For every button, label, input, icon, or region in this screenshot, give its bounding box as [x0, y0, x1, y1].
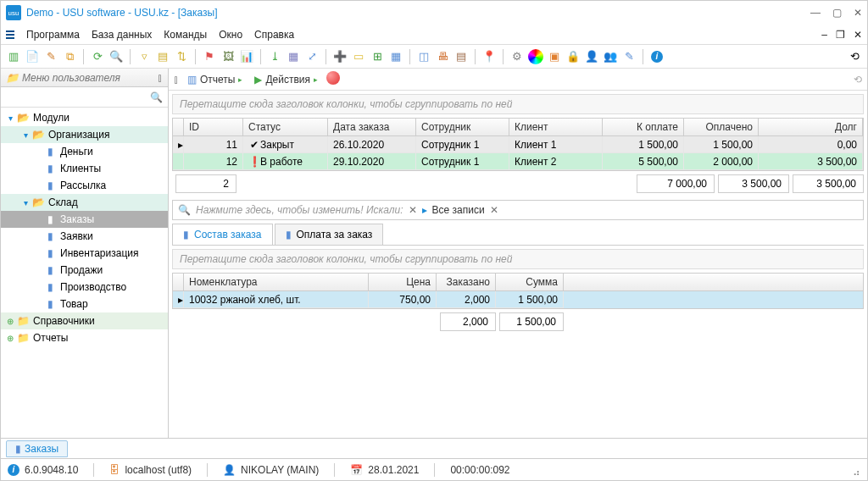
tb-color-icon[interactable] — [528, 49, 543, 64]
detail-group-hint[interactable]: Перетащите сюда заголовок колонки, чтобы… — [172, 249, 864, 269]
tb-new-icon[interactable]: ▥ — [6, 49, 21, 64]
tree-modules[interactable]: ▾📂Модули — [1, 109, 168, 126]
window-title: Demo - USU software - USU.kz - [Заказы] — [26, 7, 217, 19]
tb-pin-icon[interactable]: 📍 — [481, 49, 497, 64]
tb-user-icon[interactable]: 👤 — [584, 49, 599, 64]
col-date[interactable]: Дата заказа — [328, 119, 416, 135]
database-icon: 🗄 — [109, 464, 120, 476]
col-client[interactable]: Клиент — [509, 119, 603, 135]
tree-inventory[interactable]: ▮Инвентаризация — [1, 245, 168, 262]
tab-order-contents[interactable]: ▮Состав заказа — [172, 224, 273, 245]
tb-edit-icon[interactable]: ✎ — [43, 49, 58, 64]
warning-icon: ❗ — [248, 155, 260, 169]
tb-image-icon[interactable]: 🖼 — [220, 49, 236, 64]
menu-help[interactable]: Справка — [254, 29, 294, 41]
tb-sort-icon[interactable]: ⇅ — [174, 49, 189, 64]
app-icon: usu — [6, 5, 21, 20]
col-debt[interactable]: Долг — [759, 119, 863, 135]
dcol-nomenclature[interactable]: Номенклатура — [184, 274, 369, 290]
tree-reports[interactable]: ⊕📁Отчеты — [1, 329, 168, 346]
tb-window-icon[interactable]: ◫ — [416, 49, 431, 64]
search-bar[interactable]: 🔍 Нажмите здесь, чтобы изменить! Искали:… — [172, 200, 864, 220]
tb-copy-icon[interactable]: ⧉ — [62, 49, 77, 64]
pin-icon[interactable]: ⫿ — [158, 72, 163, 84]
tb-export-icon[interactable]: ⤓ — [267, 49, 282, 64]
order-row[interactable]: ▸ 11 ✔Закрыт 26.10.2020 Сотрудник 1 Клие… — [173, 136, 863, 153]
dcol-qty[interactable]: Заказано — [437, 274, 496, 290]
resize-grip-icon[interactable]: ⣠ — [853, 464, 860, 476]
menu-window[interactable]: Окно — [219, 29, 242, 41]
tree-warehouse[interactable]: ▾📂Склад — [1, 194, 168, 211]
menu-commands[interactable]: Команды — [164, 29, 207, 41]
tb-flag-icon[interactable]: ⚑ — [202, 49, 217, 64]
folder-icon: 📁 — [6, 72, 19, 84]
col-due[interactable]: К оплате — [603, 119, 684, 135]
tree-goods[interactable]: ▮Товар — [1, 296, 168, 312]
grip-icon: ⫿ — [174, 74, 179, 86]
tree-organization[interactable]: ▾📂Организация — [1, 126, 168, 143]
tree-references[interactable]: ⊕📁Справочники — [1, 312, 168, 329]
tb-note-icon[interactable]: ▭ — [351, 49, 366, 64]
tb-cycle-icon[interactable]: ⟲ — [847, 49, 862, 64]
detail-footer: 2,000 1 500,00 — [172, 312, 864, 331]
maximize-button[interactable]: ▢ — [832, 7, 842, 19]
tree-sales[interactable]: ▮Продажи — [1, 262, 168, 279]
tb-users-icon[interactable]: 👥 — [603, 49, 618, 64]
detail-row[interactable]: ▸ 10032 ржаной хлеб, шт. 750,00 2,000 1 … — [173, 291, 863, 308]
detail-tabs: ▮Состав заказа ▮Оплата за заказ — [172, 224, 864, 246]
col-status[interactable]: Статус — [243, 119, 328, 135]
reports-button[interactable]: ▥Отчеты▸ — [184, 72, 246, 87]
tree-production[interactable]: ▮Производство — [1, 279, 168, 296]
doc-tab-orders[interactable]: ▮Заказы — [6, 440, 68, 457]
tb-info-icon[interactable]: i — [649, 49, 665, 64]
minimize-button[interactable]: — — [810, 7, 821, 19]
close-search-icon[interactable]: ✕ — [409, 204, 417, 216]
mdi-minimize-button[interactable]: – — [821, 29, 827, 41]
tb-print-icon[interactable]: 🖶 — [435, 49, 450, 64]
info-icon: i — [8, 464, 19, 476]
close-button[interactable]: ✕ — [854, 7, 862, 19]
mdi-close-button[interactable]: ✕ — [854, 29, 862, 41]
tb-expand-icon[interactable]: ⤢ — [304, 49, 320, 64]
group-by-hint[interactable]: Перетащите сюда заголовок колонки, чтобы… — [172, 94, 864, 114]
tb-chart-icon[interactable]: 📊 — [239, 49, 254, 64]
tree-orders[interactable]: ▮Заказы — [1, 211, 168, 228]
content-area: ⫿ ▥Отчеты▸ ▶Действия▸ ⟲ Перетащите сюда … — [169, 69, 867, 438]
menu-program[interactable]: Программа — [26, 29, 80, 41]
tb-lock-icon[interactable]: 🔒 — [565, 49, 581, 64]
status-bar: i6.0.9048.10 🗄localhost (utf8) 👤NIKOLAY … — [1, 458, 867, 480]
menu-database[interactable]: База данных — [92, 29, 152, 41]
tb-clean-icon[interactable]: ✎ — [621, 49, 637, 64]
tb-group-icon[interactable]: ▤ — [155, 49, 170, 64]
tb-filter-icon[interactable]: ▿ — [136, 49, 152, 64]
col-paid[interactable]: Оплачено — [684, 119, 759, 135]
tree-requests[interactable]: ▮Заявки — [1, 228, 168, 245]
close-filter-icon[interactable]: ✕ — [490, 204, 498, 216]
dcol-sum[interactable]: Сумма — [496, 274, 564, 290]
mdi-restore-button[interactable]: ❐ — [836, 29, 845, 41]
dcol-price[interactable]: Цена — [369, 274, 437, 290]
actions-button[interactable]: ▶Действия▸ — [251, 72, 321, 87]
tb-layers-icon[interactable]: ▤ — [453, 49, 469, 64]
stop-icon[interactable] — [326, 71, 340, 87]
tree-money[interactable]: ▮Деньги — [1, 143, 168, 160]
tb-add-icon[interactable]: ➕ — [332, 49, 348, 64]
sidebar-header: 📁 Меню пользователя ⫿ — [1, 69, 168, 87]
col-id[interactable]: ID — [184, 119, 243, 135]
tree-mailing[interactable]: ▮Рассылка — [1, 177, 168, 194]
tb-columns-icon[interactable]: ▦ — [286, 49, 301, 64]
sidebar-search[interactable]: 🔍 — [1, 87, 168, 108]
tb-grid-icon[interactable]: ▦ — [388, 49, 403, 64]
tb-rss-icon[interactable]: ▣ — [547, 49, 562, 64]
order-row[interactable]: 12 ❗В работе 29.10.2020 Сотрудник 1 Клие… — [173, 153, 863, 170]
cycle-icon[interactable]: ⟲ — [854, 74, 862, 86]
tb-gear-icon[interactable]: ⚙ — [509, 49, 525, 64]
search-icon: 🔍 — [178, 204, 191, 216]
tb-open-icon[interactable]: 📄 — [25, 49, 40, 64]
tab-order-payment[interactable]: ▮Оплата за заказ — [275, 224, 384, 245]
tb-search-icon[interactable]: 🔍 — [108, 49, 124, 64]
tb-refresh-icon[interactable]: ⟳ — [90, 49, 105, 64]
tb-excel-icon[interactable]: ⊞ — [370, 49, 385, 64]
col-employee[interactable]: Сотрудник — [416, 119, 509, 135]
tree-clients[interactable]: ▮Клиенты — [1, 160, 168, 177]
